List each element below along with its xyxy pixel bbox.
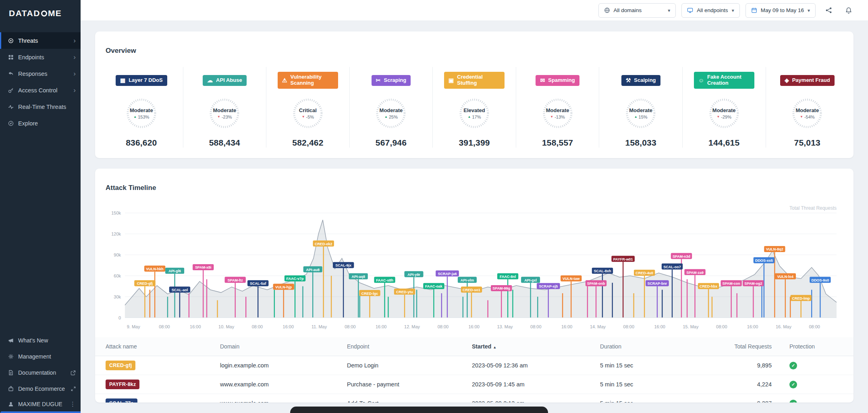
sidebar-item-responses[interactable]: Responses › (0, 65, 81, 82)
overview-threat-cell[interactable]: ⚒ Scalping Moderate ▲ 15% 158,033 (599, 67, 683, 148)
timeline-event-label[interactable]: VULN-hjp (273, 284, 294, 290)
timeline-event-label[interactable]: SCAL-aol (169, 287, 190, 293)
timeline-event-label[interactable]: CRED-ytu (394, 289, 415, 295)
timeline-event-label[interactable]: SPAM-x8i (193, 264, 214, 270)
sidebar-item-access-control[interactable]: Access Control › (0, 82, 81, 98)
sidebar-item-documentation[interactable]: Documentation (0, 365, 81, 381)
sidebar-item-user-account[interactable]: MAXIME DUGUE ⋮ (0, 397, 81, 413)
notifications-button[interactable] (841, 3, 856, 18)
timeline-event-label[interactable]: CRED-so1 (461, 287, 482, 293)
timeline-event-label[interactable]: SPAM-za9 (684, 269, 705, 275)
sidebar-item-threats[interactable]: Threats › (0, 32, 81, 49)
timeline-event-label[interactable]: SCRAP-bnr (646, 280, 669, 286)
overview-threat-cell[interactable]: ▦ Layer 7 DDoS Moderate ▲ 153% 836,620 (100, 67, 183, 148)
sidebar-item-management[interactable]: Management (0, 348, 81, 365)
column-header-protection[interactable]: Protection (785, 337, 853, 356)
column-header-attack-name[interactable]: Attack name (95, 337, 216, 356)
sidebar-item-explore[interactable]: Explore (0, 115, 81, 131)
timeline-event-label[interactable]: API-vlm (458, 277, 477, 283)
threat-badge-label: Fake Account Creation (707, 74, 750, 86)
svg-text:FAAC-oak: FAAC-oak (425, 285, 442, 289)
svg-text:DDOS-xs5: DDOS-xs5 (755, 259, 773, 263)
overview-threat-cell[interactable]: ☺ Fake Account Creation Moderate ▼ -29% … (683, 67, 766, 148)
column-header-duration[interactable]: Duration (596, 337, 729, 356)
timeline-event-label[interactable]: API-aq8 (349, 273, 368, 280)
table-row[interactable]: SCAL-77a www.example.com Add-To-Cart 202… (95, 394, 853, 403)
timeline-event-label[interactable]: API-y9r (404, 271, 423, 277)
endpoint-filter-select[interactable]: All endpoints ▾ (681, 3, 739, 18)
overview-threat-cell[interactable]: ⚠ Vulnerability Scanning Critical ▼ -5% … (266, 67, 350, 148)
table-row[interactable]: CRED-gfj login.example.com Demo Login 20… (95, 356, 853, 375)
chevron-right-icon: › (73, 87, 76, 94)
timeline-event-label[interactable]: SPAM-onb (586, 280, 606, 286)
x-tick-label: 16:00 (376, 324, 386, 329)
pulse-icon (8, 104, 14, 110)
threat-gauge: Critical ▼ -5% (289, 94, 327, 132)
timeline-event-label[interactable]: CRED-gfj (134, 280, 155, 286)
timeline-event-label[interactable]: SCAL-5af (247, 280, 268, 286)
timeline-event-label[interactable]: SPAM-n3d (671, 253, 692, 259)
timeline-event-label[interactable]: FAAC-s8h (374, 277, 395, 283)
timeline-event-label[interactable]: DDOS-xs5 (754, 257, 775, 263)
table-row[interactable]: PAYFR-8kz www.example.com Purchase - pay… (95, 375, 853, 394)
threat-count: 391,399 (459, 138, 490, 148)
target-icon (8, 38, 14, 44)
gauge-change: 25% (389, 115, 398, 119)
timeline-event-label[interactable]: CRED-hbx (698, 283, 719, 289)
column-header-total-requests[interactable]: Total Requests (729, 337, 785, 356)
overview-threat-cell[interactable]: ☁ API Abuse Moderate ▼ -23% 588,434 (183, 67, 267, 148)
timeline-event-label[interactable]: CRED-lgc (359, 290, 380, 296)
timeline-event-label[interactable]: PAYFR-w01 (611, 256, 635, 262)
timeline-event-label[interactable]: SPAM-con (721, 280, 741, 286)
timeline-event-label[interactable]: SPAM-ltz (225, 277, 246, 283)
sidebar-item-real-time-threats[interactable]: Real-Time Threats (0, 98, 81, 115)
timeline-event-label[interactable]: SPAM-99g (491, 285, 512, 291)
date-range-select[interactable]: May 09 to May 16 ▾ (745, 3, 816, 18)
column-header-domain[interactable]: Domain (216, 337, 343, 356)
overview-threat-cell[interactable]: ▣ Credential Stuffing Elevated ▲ 17% 391… (433, 67, 516, 148)
gauge-severity: Critical (299, 107, 317, 113)
timeline-event-label[interactable]: VULN-taw (561, 275, 581, 282)
gauge-trend-arrow: ▼ (716, 115, 720, 119)
column-header-endpoint[interactable]: Endpoint (343, 337, 468, 356)
timeline-event-label[interactable]: VULN-hkh (144, 266, 165, 272)
timeline-event-label[interactable]: API-gxl (521, 277, 540, 283)
timeline-event-label[interactable]: FAAC-8nl (497, 273, 518, 280)
timeline-event-label[interactable]: SCRAP-xj5 (537, 283, 560, 289)
timeline-event-label[interactable]: CRED-4u0 (634, 270, 655, 276)
column-header-started[interactable]: Started▲ (468, 337, 596, 356)
threat-gauge: Moderate ▼ -54% (788, 94, 826, 132)
svg-text:SPAM-onb: SPAM-onb (587, 282, 605, 286)
timeline-event-label[interactable]: VULN-8q2 (764, 246, 785, 252)
timeline-event-label[interactable]: SCAL-oo7 (662, 264, 683, 270)
attack-timeline-chart[interactable]: 030k60k90k120k150kTotal Threat Requests9… (106, 201, 843, 334)
timeline-event-label[interactable]: API-au8 (303, 267, 322, 273)
timeline-event-label[interactable]: VULN-lo4 (775, 273, 796, 280)
timeline-event-label[interactable]: CRED-lmp (791, 295, 812, 301)
overview-threat-cell[interactable]: ✉ Spamming Moderate ▼ -13% 158,557 (516, 67, 600, 148)
document-icon (8, 370, 14, 375)
threat-badge-label: Vulnerability Scanning (290, 74, 333, 86)
overview-threat-cell[interactable]: ✂ Scraping Moderate ▲ 25% 567,946 (350, 67, 433, 148)
timeline-event-label[interactable]: DDOS-9s0 (810, 277, 831, 283)
domain-filter-select[interactable]: All domains ▾ (598, 3, 676, 18)
timeline-event-label[interactable]: FAAC-v7p (284, 275, 305, 282)
timeline-event-label[interactable]: SPAM-og2 (743, 280, 764, 286)
svg-text:FAAC-s8h: FAAC-s8h (376, 278, 393, 282)
x-tick-label: 08:00 (438, 324, 449, 329)
share-button[interactable] (821, 3, 836, 18)
timeline-event-label[interactable]: SCAL-8xh (592, 268, 613, 274)
sidebar-item-whats-new[interactable]: What's New (0, 332, 81, 348)
svg-text:VULN-hjp: VULN-hjp (275, 285, 292, 289)
overview-threat-cell[interactable]: ◈ Payment Fraud Moderate ▼ -54% 75,013 (766, 67, 849, 148)
timeline-event-label[interactable]: SCRAP-ja6 (436, 271, 459, 277)
sidebar-item-endpoints[interactable]: Endpoints › (0, 49, 81, 65)
sidebar-item-label: Access Control (18, 87, 58, 94)
timeline-event-label[interactable]: API-gl6 (165, 268, 184, 274)
timeline-event-label[interactable]: SCAL-9jx (333, 262, 354, 268)
sidebar-item-demo-ecommerce[interactable]: Demo Ecommerce (0, 381, 81, 397)
kebab-menu-icon[interactable]: ⋮ (70, 400, 76, 408)
timeline-event-label[interactable]: CRED-ek2 (313, 241, 334, 247)
threat-gauge: Elevated ▲ 17% (455, 94, 493, 132)
timeline-event-label[interactable]: FAAC-oak (423, 283, 444, 289)
